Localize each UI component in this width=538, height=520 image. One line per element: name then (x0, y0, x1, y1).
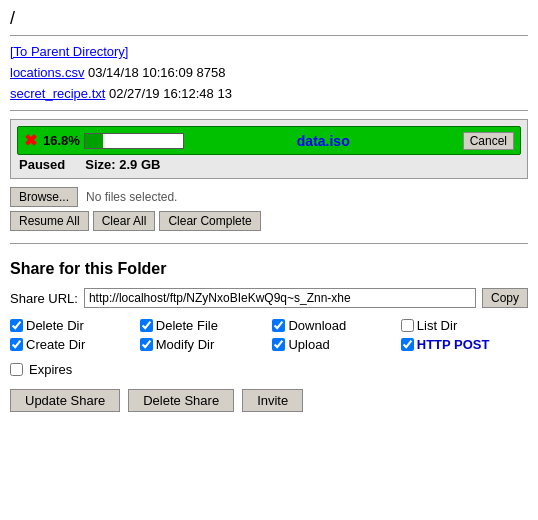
invite-button[interactable]: Invite (242, 389, 303, 412)
status-row: Paused Size: 2.9 GB (17, 157, 521, 172)
perm-delete-dir-label: Delete Dir (26, 318, 84, 333)
divider-1 (10, 35, 528, 36)
perm-delete-dir: Delete Dir (10, 318, 124, 333)
resume-all-button[interactable]: Resume All (10, 211, 89, 231)
file-link-1[interactable]: locations.csv (10, 65, 84, 80)
clear-all-button[interactable]: Clear All (93, 211, 156, 231)
file-item-2: secret_recipe.txt 02/27/19 16:12:48 13 (10, 84, 528, 105)
paused-status: Paused (19, 157, 65, 172)
perm-download-checkbox[interactable] (272, 319, 285, 332)
share-action-buttons: Update Share Delete Share Invite (10, 389, 528, 412)
perm-http-post: HTTP POST (401, 337, 528, 352)
perm-http-post-label: HTTP POST (417, 337, 490, 352)
clear-complete-button[interactable]: Clear Complete (159, 211, 260, 231)
perm-upload-label: Upload (288, 337, 329, 352)
perm-list-dir-label: List Dir (417, 318, 457, 333)
update-share-button[interactable]: Update Share (10, 389, 120, 412)
progress-bar-container (84, 133, 184, 149)
permissions-grid: Delete Dir Delete File Download List Dir… (10, 318, 528, 352)
divider-2 (10, 110, 528, 111)
file-item-1: locations.csv 03/14/18 10:16:09 8758 (10, 63, 528, 84)
perm-delete-file-label: Delete File (156, 318, 218, 333)
action-row: Resume All Clear All Clear Complete (10, 211, 528, 231)
no-files-text: No files selected. (86, 190, 177, 204)
download-bar: ✖ 16.8% data.iso Cancel (17, 126, 521, 155)
expires-label: Expires (29, 362, 72, 377)
main-page: / [To Parent Directory] locations.csv 03… (0, 0, 538, 520)
perm-download-label: Download (288, 318, 346, 333)
filename-label: data.iso (188, 133, 459, 149)
file-meta-1: 03/14/18 10:16:09 8758 (88, 65, 225, 80)
perm-upload-checkbox[interactable] (272, 338, 285, 351)
share-title: Share for this Folder (10, 260, 528, 278)
perm-http-post-checkbox[interactable] (401, 338, 414, 351)
divider-3 (10, 243, 528, 244)
browse-row: Browse... No files selected. (10, 187, 528, 207)
perm-delete-dir-checkbox[interactable] (10, 319, 23, 332)
progress-bar-fill (85, 134, 103, 148)
share-url-input[interactable] (84, 288, 476, 308)
perm-delete-file: Delete File (140, 318, 257, 333)
cancel-button[interactable]: Cancel (463, 132, 514, 150)
copy-button[interactable]: Copy (482, 288, 528, 308)
path-title: / (10, 8, 528, 29)
delete-share-button[interactable]: Delete Share (128, 389, 234, 412)
file-list: [To Parent Directory] locations.csv 03/1… (10, 42, 528, 104)
share-url-label: Share URL: (10, 291, 78, 306)
download-section: ✖ 16.8% data.iso Cancel Paused Size: 2.9… (10, 119, 528, 179)
browse-button[interactable]: Browse... (10, 187, 78, 207)
file-link-2[interactable]: secret_recipe.txt (10, 86, 105, 101)
perm-create-dir-label: Create Dir (26, 337, 85, 352)
size-status: Size: 2.9 GB (85, 157, 160, 172)
perm-delete-file-checkbox[interactable] (140, 319, 153, 332)
expires-row: Expires (10, 362, 528, 377)
perm-list-dir-checkbox[interactable] (401, 319, 414, 332)
file-meta-2: 02/27/19 16:12:48 13 (109, 86, 232, 101)
parent-dir-link[interactable]: [To Parent Directory] (10, 44, 129, 59)
share-section: Share for this Folder Share URL: Copy De… (10, 260, 528, 412)
perm-download: Download (272, 318, 384, 333)
perm-modify-dir-checkbox[interactable] (140, 338, 153, 351)
perm-create-dir: Create Dir (10, 337, 124, 352)
share-url-row: Share URL: Copy (10, 288, 528, 308)
perm-modify-dir: Modify Dir (140, 337, 257, 352)
expires-checkbox[interactable] (10, 363, 23, 376)
perm-modify-dir-label: Modify Dir (156, 337, 215, 352)
perm-list-dir: List Dir (401, 318, 528, 333)
percent-text: 16.8% (43, 133, 80, 148)
error-icon: ✖ (24, 131, 37, 150)
perm-upload: Upload (272, 337, 384, 352)
perm-create-dir-checkbox[interactable] (10, 338, 23, 351)
